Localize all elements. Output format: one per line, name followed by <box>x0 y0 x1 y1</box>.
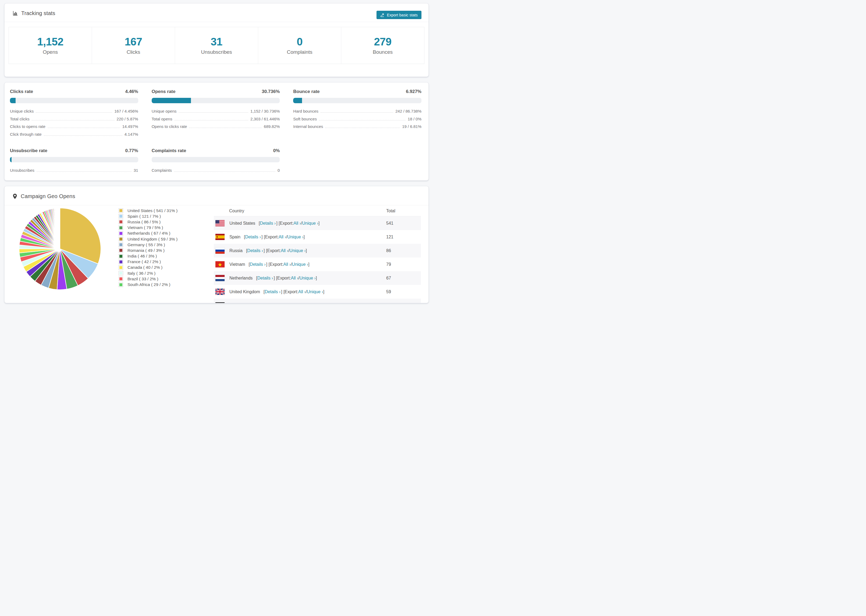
nl-flag-icon <box>216 275 225 281</box>
rate-detail-row: Total clicks220 / 5.87% <box>10 117 138 124</box>
rate-title-row: Clicks rate4.46% <box>10 89 138 94</box>
country-row-content: Vietnam[Details ›] [ Export: All › / Uni… <box>214 258 386 271</box>
export-label: Export: <box>280 221 294 226</box>
bounce-rate-title: Bounce rate <box>293 89 320 94</box>
export-unique-link[interactable]: Unique › <box>287 235 303 239</box>
export-unique-link[interactable]: Unique › <box>307 289 323 294</box>
details-link[interactable]: Details › <box>247 248 263 253</box>
export-unique-link[interactable]: Unique › <box>302 221 318 226</box>
legend-item: Spain ( 121 / 7% ) <box>119 214 207 219</box>
export-unique-link[interactable]: Unique › <box>299 276 315 281</box>
pie-chart-svg <box>17 206 103 292</box>
details-link[interactable]: Details › <box>257 276 273 281</box>
legend-label: Netherlands ( 67 / 4% ) <box>128 231 170 236</box>
country-name: Spain <box>230 235 241 239</box>
export-all-link[interactable]: All › <box>279 235 286 239</box>
legend-swatch <box>119 283 123 287</box>
bracket: ] [ <box>261 235 265 239</box>
export-all-link[interactable]: All › <box>281 248 288 253</box>
rate-detail-label: Hard bounces <box>293 109 318 113</box>
country-row-content: United States[Details ›] [ Export: All ›… <box>214 217 386 230</box>
bracket: ] [ <box>266 262 270 267</box>
export-basic-stats-button[interactable]: Export basic stats <box>376 11 422 19</box>
export-all-link[interactable]: All › <box>293 221 301 226</box>
rate-detail-label: Total clicks <box>10 117 30 121</box>
rates-grid: Clicks rate4.46%Unique clicks167 / 4.456… <box>5 83 428 176</box>
bracket: ] [ <box>264 248 267 253</box>
tracking-stats-header: Tracking stats Export basic stats <box>5 3 428 22</box>
country-name: Vietnam <box>230 262 245 267</box>
complaints-rate-progressbar <box>152 157 280 162</box>
country-name: Netherlands <box>230 276 252 281</box>
stat-label: Complaints <box>287 49 312 55</box>
rate-detail-row: Complaints0 <box>152 168 280 176</box>
stat-card-clicks: 167Clicks <box>92 27 175 64</box>
rate-detail-value: 220 / 5.87% <box>117 117 138 121</box>
stat-label: Clicks <box>127 49 140 55</box>
export-all-link[interactable]: All › <box>283 262 291 267</box>
legend-swatch <box>119 259 123 264</box>
legend-label: Vietnam ( 79 / 5% ) <box>128 225 163 230</box>
export-all-link[interactable]: All › <box>285 303 293 303</box>
clicks-rate-progressbar <box>10 98 138 103</box>
legend-item: Romania ( 49 / 3% ) <box>119 248 207 253</box>
rate-title-row: Opens rate30.736% <box>152 89 280 94</box>
details-link[interactable]: Details › <box>250 262 266 267</box>
geo-table-wrap: Country Total United States[Details ›] [… <box>214 206 421 303</box>
export-label: Export: <box>272 303 285 303</box>
export-unique-link[interactable]: Unique › <box>292 262 308 267</box>
country-row-content: Russia[Details ›] [ Export: All › / Uniq… <box>214 244 386 257</box>
bracket: ] <box>306 248 307 253</box>
rate-detail-label: Total opens <box>152 117 172 121</box>
legend-label: France ( 42 / 2% ) <box>128 259 161 264</box>
stat-card-opens: 1,152Opens <box>9 27 92 64</box>
details-link[interactable]: Details › <box>260 221 276 226</box>
dotted-leader <box>174 171 276 172</box>
bracket: ] [ <box>281 289 285 294</box>
dotted-leader <box>179 112 248 113</box>
rate-detail-row: Hard bounces242 / 86.738% <box>293 109 422 117</box>
table-row: Germany[Details ›] [ Export: All › / Uni… <box>214 299 421 303</box>
export-unique-link[interactable]: Unique › <box>290 248 305 253</box>
rate-detail-row: Clicks to opens rate14.497% <box>10 124 138 132</box>
unsubscribe-rate-title: Unsubscribe rate <box>10 148 47 154</box>
tracking-stats-page: Tracking stats Export basic stats 1,152O… <box>0 0 433 308</box>
bounce-rate-value: 6.927% <box>406 89 422 94</box>
legend-swatch <box>119 214 123 218</box>
pie-legend: United States ( 541 / 31% )Spain ( 121 /… <box>119 208 207 303</box>
export-all-link[interactable]: All › <box>291 276 298 281</box>
country-cell: Vietnam[Details ›] [ Export: All › / Uni… <box>214 258 386 271</box>
slash-separator: / <box>293 303 294 303</box>
legend-item: United Kingdom ( 59 / 3% ) <box>119 236 207 242</box>
rate-detail-row: Unique clicks167 / 4.456% <box>10 109 138 117</box>
clicks-rate-panel: Clicks rate4.46%Unique clicks167 / 4.456… <box>10 89 138 140</box>
rate-detail-row: Unique opens1,152 / 30.736% <box>152 109 280 117</box>
tracking-stats-card: Tracking stats Export basic stats 1,152O… <box>4 3 429 77</box>
dotted-leader <box>36 171 132 172</box>
country-cell: United Kingdom[Details ›] [ Export: All … <box>214 285 386 299</box>
total-cell: 59 <box>386 285 421 299</box>
total-cell: 121 <box>386 230 421 244</box>
progressbar-fill <box>152 98 191 103</box>
rate-detail-label: Unique clicks <box>10 109 34 113</box>
details-link[interactable]: Details › <box>245 235 261 239</box>
rate-detail-row: Unsubscribes31 <box>10 168 138 176</box>
bar-chart-icon <box>13 11 18 16</box>
details-link[interactable]: Details › <box>252 303 268 303</box>
legend-swatch <box>119 277 123 281</box>
rate-detail-value: 31 <box>134 168 138 173</box>
legend-label: Canada ( 40 / 2% ) <box>128 265 162 270</box>
rates-card: Clicks rate4.46%Unique clicks167 / 4.456… <box>4 82 429 181</box>
export-all-link[interactable]: All › <box>298 289 306 294</box>
stat-card-unsubscribes: 31Unsubscribes <box>175 27 258 64</box>
legend-item: Germany ( 55 / 3% ) <box>119 242 207 248</box>
export-unique-link[interactable]: Unique › <box>294 303 310 303</box>
export-label: Export: <box>265 235 279 239</box>
legend-label: Spain ( 121 / 7% ) <box>128 214 161 219</box>
details-link[interactable]: Details › <box>265 289 280 294</box>
country-name: United Kingdom <box>230 289 260 294</box>
clicks-rate-value: 4.46% <box>125 89 138 94</box>
country-cell: United States[Details ›] [ Export: All ›… <box>214 216 386 230</box>
legend-item: Brazil ( 33 / 2% ) <box>119 276 207 282</box>
progressbar-fill <box>293 98 302 103</box>
